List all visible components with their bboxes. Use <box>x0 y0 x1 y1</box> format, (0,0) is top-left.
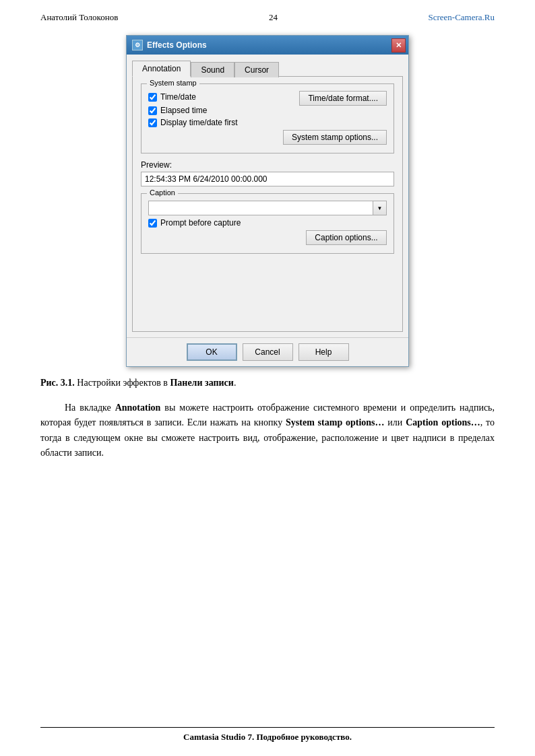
dialog-close-button[interactable]: ✕ <box>391 38 406 53</box>
caption-group-title: Caption <box>147 188 178 197</box>
body-text-1: На вкладке <box>65 403 115 413</box>
figure-caption: Рис. 3.1. Настройки эффектов в Панели за… <box>40 378 495 388</box>
body-paragraph: На вкладке Annotation вы можете настроит… <box>40 401 495 461</box>
dialog-title-area: ⚙ Effects Options <box>132 40 207 50</box>
body-text-annotation-bold: Annotation <box>115 403 161 413</box>
checkbox-timedate-row: Time/date <box>148 92 196 102</box>
caption-group: Caption ▼ Prompt before capture <box>141 193 394 254</box>
checkbox-display-row: Display time/date first <box>148 118 387 127</box>
timedate-format-button[interactable]: Time/date format.... <box>299 91 387 106</box>
figure-text: Настройки эффектов в <box>77 378 170 388</box>
tab-panel-annotation: System stamp Time/date Time/date format.… <box>132 76 403 332</box>
checkbox-prompt-row: Prompt before capture <box>148 218 387 228</box>
checkbox-prompt-label: Prompt before capture <box>160 218 241 228</box>
preview-label: Preview: <box>141 160 394 170</box>
page-number: 24 <box>269 12 278 23</box>
dialog-titlebar: ⚙ Effects Options ✕ <box>127 36 408 55</box>
body-text-stamp-bold: System stamp options… <box>286 417 385 427</box>
preview-section: Preview: <box>141 160 394 186</box>
checkbox-timedate[interactable] <box>148 93 157 102</box>
header-link[interactable]: Screen-Camera.Ru <box>428 12 495 23</box>
page-footer: Camtasia Studio 7. Подробное руководство… <box>40 727 495 743</box>
checkbox-prompt[interactable] <box>148 219 157 228</box>
caption-options-btn-row: Caption options... <box>148 230 387 245</box>
ok-button[interactable]: OK <box>187 343 237 361</box>
checkbox-display[interactable] <box>148 118 157 127</box>
header-author: Анатолий Толоконов <box>40 12 118 23</box>
body-text-3: или <box>385 417 406 427</box>
checkbox-elapsed[interactable] <box>148 106 157 115</box>
system-stamp-group: System stamp Time/date Time/date format.… <box>141 83 394 153</box>
system-stamp-inner: Time/date Time/date format.... Elapsed t… <box>148 91 387 145</box>
system-stamp-options-button[interactable]: System stamp options... <box>283 130 387 145</box>
effects-options-dialog: ⚙ Effects Options ✕ Annotation Sound Cur… <box>126 35 409 367</box>
tabs-row: Annotation Sound Cursor <box>132 60 403 76</box>
figure-end: . <box>234 378 237 388</box>
dialog-footer: OK Cancel Help <box>127 337 408 366</box>
dialog-body: Annotation Sound Cursor System stamp <box>127 55 408 337</box>
preview-input <box>141 172 394 186</box>
dialog-screenshot: ⚙ Effects Options ✕ Annotation Sound Cur… <box>40 35 495 367</box>
system-stamp-title: System stamp <box>147 79 199 87</box>
footer-text: Camtasia Studio 7. Подробное руководство… <box>183 732 352 742</box>
dialog-title-icon: ⚙ <box>132 40 143 50</box>
tab-annotation[interactable]: Annotation <box>132 61 191 77</box>
body-text-caption-bold: Caption options… <box>406 417 480 427</box>
tab-cursor[interactable]: Cursor <box>234 62 279 77</box>
caption-dropdown-arrow[interactable]: ▼ <box>373 201 387 215</box>
help-button[interactable]: Help <box>298 343 349 361</box>
stamp-options-btn-row: System stamp options... <box>148 130 387 145</box>
checkbox-elapsed-label: Elapsed time <box>160 106 207 115</box>
dialog-title-text: Effects Options <box>147 40 207 50</box>
caption-dropdown-input[interactable] <box>148 201 373 215</box>
figure-label: Рис. 3.1. <box>40 378 75 388</box>
tab-sound[interactable]: Sound <box>191 62 234 77</box>
caption-group-inner: ▼ Prompt before capture Caption options.… <box>148 201 387 245</box>
caption-options-button[interactable]: Caption options... <box>306 230 387 245</box>
checkbox-timedate-label: Time/date <box>160 92 196 102</box>
checkbox-elapsed-row: Elapsed time <box>148 106 387 115</box>
figure-bold-text: Панели записи <box>170 378 233 388</box>
cancel-button[interactable]: Cancel <box>243 343 293 361</box>
checkbox-display-label: Display time/date first <box>160 118 238 127</box>
caption-dropdown-row: ▼ <box>148 201 387 215</box>
